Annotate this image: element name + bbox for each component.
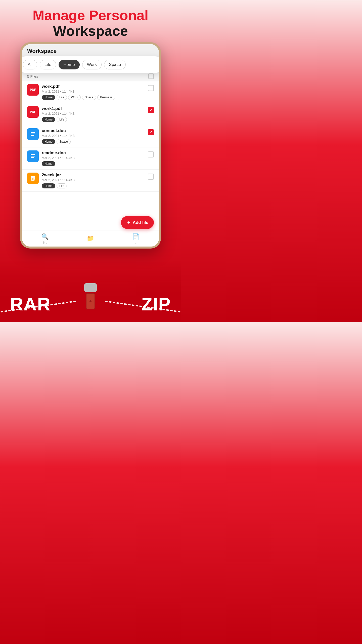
file-tags: Home Life Work Space Business xyxy=(42,95,145,100)
filter-card: All Life Home Work Space xyxy=(20,56,161,73)
tag: Home xyxy=(42,95,55,100)
file-name: work.pdf xyxy=(42,84,145,89)
file-checkbox[interactable] xyxy=(148,107,154,113)
search-icon: 🔍 xyxy=(41,233,49,240)
files-count: 5 Files xyxy=(27,74,38,78)
add-file-label: Add file xyxy=(133,220,148,225)
filter-all[interactable]: All xyxy=(23,60,37,69)
svg-rect-0 xyxy=(31,132,35,133)
nav-docs[interactable]: 📄 ... xyxy=(132,233,140,244)
bottom-nav: 🔍 S... 📁 📄 ... xyxy=(22,230,159,247)
file-name: readme.doc xyxy=(42,150,145,155)
svg-rect-2 xyxy=(31,135,34,136)
folder-icon: 📁 xyxy=(87,235,94,242)
select-all-checkbox[interactable] xyxy=(148,73,154,79)
svg-rect-6 xyxy=(31,176,35,177)
zip-label: ZIP xyxy=(141,294,171,314)
tag: Space xyxy=(82,95,96,100)
file-name: 2week.jar xyxy=(42,173,145,178)
filter-space[interactable]: Space xyxy=(104,60,126,69)
table-row[interactable]: contact.doc Mar 2, 2021 • 114.4KB Home S… xyxy=(22,125,159,147)
tag: Business xyxy=(97,95,115,100)
tag: Life xyxy=(57,117,67,122)
nav-search[interactable]: 🔍 S... xyxy=(41,233,49,244)
phone-top-bar: Workspace xyxy=(22,44,159,57)
add-file-plus-icon: ＋ xyxy=(126,220,131,225)
tag: Home xyxy=(42,139,55,144)
file-meta: Mar 2, 2021 • 114.4KB xyxy=(42,134,145,138)
tag: Work xyxy=(68,95,81,100)
file-checkbox[interactable] xyxy=(148,85,154,91)
svg-rect-5 xyxy=(31,157,34,158)
file-checkbox[interactable] xyxy=(148,129,154,135)
svg-rect-4 xyxy=(31,156,35,156)
svg-rect-3 xyxy=(31,154,35,155)
header-line2: Workspace xyxy=(5,23,176,39)
document-icon: 📄 xyxy=(132,233,140,240)
table-row[interactable]: 2week.jar Mar 2, 2021 • 114.4KB Home Lif… xyxy=(22,170,159,192)
tag: Home xyxy=(42,161,55,166)
file-tags: Home Life xyxy=(42,117,145,122)
phone-title: Workspace xyxy=(27,48,57,54)
file-meta: Mar 2, 2021 • 114.4KB xyxy=(42,90,145,93)
file-meta: Mar 2, 2021 • 114.4KB xyxy=(42,178,145,182)
file-tags: Home Life xyxy=(42,183,145,188)
tag: Home xyxy=(42,117,55,122)
file-info: contact.doc Mar 2, 2021 • 114.4KB Home S… xyxy=(42,128,145,144)
filter-home[interactable]: Home xyxy=(59,60,79,69)
nav-files[interactable]: 📁 xyxy=(87,235,94,242)
zipper-body xyxy=(86,293,95,309)
phone-mockup: All Life Home Work Space Workspace 5 Fil… xyxy=(20,42,161,249)
tag: Space xyxy=(57,139,71,144)
file-checkbox[interactable] xyxy=(148,151,154,157)
doc-icon xyxy=(27,128,39,140)
file-info: readme.doc Mar 2, 2021 • 114.4KB Home xyxy=(42,150,145,166)
tag: Life xyxy=(57,95,67,100)
table-row[interactable]: readme.doc Mar 2, 2021 • 114.4KB Home xyxy=(22,147,159,170)
jar-icon xyxy=(27,173,39,184)
file-checkbox[interactable] xyxy=(148,174,154,180)
file-info: work1.pdf Mar 2, 2021 • 114.4KB Home Lif… xyxy=(42,106,145,122)
table-row[interactable]: PDF work.pdf Mar 2, 2021 • 114.4KB Home … xyxy=(22,81,159,103)
nav-search-label: S... xyxy=(43,241,47,244)
header-line1: Manage Personal xyxy=(5,8,176,23)
file-list: PDF work.pdf Mar 2, 2021 • 114.4KB Home … xyxy=(22,81,159,192)
pdf-icon: PDF xyxy=(27,84,39,96)
svg-rect-7 xyxy=(32,178,33,179)
rar-label: RAR xyxy=(10,294,51,314)
zipper-head xyxy=(84,283,97,292)
file-meta: Mar 2, 2021 • 114.4KB xyxy=(42,156,145,160)
header-section: Manage Personal Workspace xyxy=(0,0,181,42)
phone-content: Workspace 5 Files PDF work.pdf Mar 2, 20… xyxy=(22,44,159,247)
svg-rect-8 xyxy=(32,179,33,180)
nav-docs-label: ... xyxy=(135,241,137,244)
tag: Life xyxy=(57,183,67,188)
file-info: 2week.jar Mar 2, 2021 • 114.4KB Home Lif… xyxy=(42,173,145,188)
add-file-button[interactable]: ＋ Add file xyxy=(121,216,154,229)
doc-icon xyxy=(27,150,39,162)
table-row[interactable]: PDF work1.pdf Mar 2, 2021 • 114.4KB Home… xyxy=(22,103,159,125)
file-info: work.pdf Mar 2, 2021 • 114.4KB Home Life… xyxy=(42,84,145,100)
filter-work[interactable]: Work xyxy=(82,60,102,69)
svg-rect-1 xyxy=(31,134,35,134)
zipper-center xyxy=(84,283,97,309)
file-tags: Home xyxy=(42,161,145,166)
file-name: work1.pdf xyxy=(42,106,145,111)
tag: Home xyxy=(42,183,55,188)
file-name: contact.doc xyxy=(42,128,145,133)
file-meta: Mar 2, 2021 • 114.4KB xyxy=(42,112,145,115)
filter-life[interactable]: Life xyxy=(40,60,56,69)
file-tags: Home Space xyxy=(42,139,145,144)
pdf-icon: PDF xyxy=(27,106,39,118)
